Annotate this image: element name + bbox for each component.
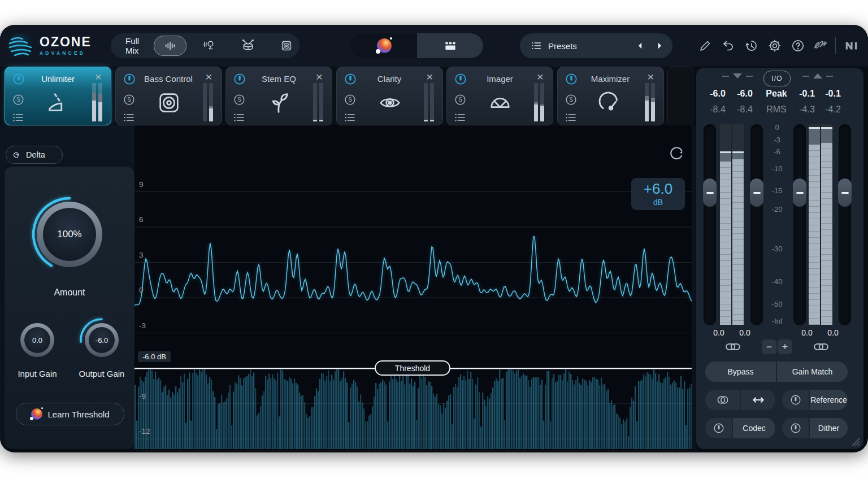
meter-scale-tick: -15 [772,186,783,195]
tab-meter [540,83,544,121]
empty-module-slot[interactable] [667,67,693,127]
close-icon[interactable]: × [93,71,104,82]
tab-meter [92,83,96,121]
meter-scale-tick: -10 [772,164,783,173]
meter-scale-tick: -40 [772,277,783,286]
codec-power-button[interactable] [705,418,732,438]
level-meter-bar [821,124,832,325]
close-icon[interactable]: × [203,71,215,82]
settings-gear-button[interactable] [766,37,784,55]
module-menu-icon[interactable] [12,112,24,123]
drums-mode-button[interactable] [233,36,263,55]
edit-pencil-button[interactable] [696,37,714,55]
module-tab-imager[interactable]: Imager × S [446,67,553,125]
meter-range-up-control[interactable] [802,73,833,79]
threshold-handle[interactable]: Threshold [375,360,450,376]
output-gain-label: Output Gain [69,369,134,378]
next-preset-button[interactable] [650,36,669,55]
width-mode-button[interactable] [741,390,775,410]
y-axis-label: -3 [139,321,146,330]
io-button[interactable]: I/O [763,71,791,86]
mix-target-label[interactable]: Full Mix [125,36,139,55]
module-menu-icon[interactable] [123,112,135,123]
module-menu-icon[interactable] [233,112,245,123]
assistant-view-button[interactable] [351,33,417,58]
bypass-button[interactable]: Bypass [705,362,776,382]
amount-value: 100% [57,229,81,240]
gauge-module-icon [598,90,624,116]
detailed-view-button[interactable] [417,33,483,58]
solo-icon[interactable]: S [123,93,136,106]
resize-grip[interactable] [850,437,860,446]
module-tab-maximizer[interactable]: Maximizer × S [557,67,664,125]
power-icon [789,394,802,406]
input-fader-handle[interactable] [750,178,763,207]
module-menu-icon[interactable] [344,112,356,123]
learn-threshold-button[interactable]: Learn Threshold [16,403,124,425]
dither-power-button[interactable] [782,418,809,438]
history-button[interactable] [743,37,761,55]
output-fader-handle[interactable] [793,178,806,207]
output-link-icon[interactable] [813,341,830,352]
input-rms-left: -8.4 [710,104,726,115]
input-gain-label: Input Gain [5,369,70,378]
help-button[interactable] [789,37,807,55]
output-fader-handle[interactable] [838,178,852,207]
vocal-mode-button[interactable] [194,36,225,55]
tab-meter [430,83,434,121]
close-icon[interactable]: × [424,71,436,82]
svg-text:S: S [569,97,573,103]
reset-history-icon[interactable] [667,144,686,163]
delta-monitor-button[interactable]: Delta [6,146,63,164]
module-tab-unlimiter[interactable]: Unlimiter × S [5,67,111,125]
solo-icon[interactable]: S [344,93,357,106]
input-fader-handle[interactable] [703,178,717,207]
meter-range-down-control[interactable] [722,73,753,79]
threshold-value-label: -6.0 dB [138,351,171,362]
module-menu-icon[interactable] [454,112,466,123]
reference-power-button[interactable] [782,390,809,410]
reference-button[interactable]: Reference [810,390,848,410]
full-mix-mode-button[interactable] [154,36,186,56]
input-gain-value: 0.0 [32,336,42,345]
mix-mode-selector: Full Mix [111,33,300,58]
stereo-mode-button[interactable] [705,390,740,410]
codec-button[interactable]: Codec [733,418,775,438]
module-tab-stem-eq[interactable]: Stem EQ × S [225,67,332,125]
solo-icon[interactable]: S [454,93,467,106]
delta-label: Delta [26,150,45,159]
dither-button[interactable]: Dither [810,418,848,438]
module-tab-bass-control[interactable]: Bass Control × S [115,67,222,125]
solo-icon[interactable]: S [12,93,25,106]
triangle-up-icon [813,73,822,79]
output-peak-left: -0.1 [799,89,815,99]
gain-readout-box[interactable]: +6.0 dB [631,178,685,210]
presets-browser[interactable]: Presets [520,33,672,58]
modules-grid-icon [443,38,458,53]
toolbar-divider [835,37,836,54]
solo-icon[interactable]: S [233,93,246,106]
toolbar-actions [696,33,863,58]
svg-text:S: S [237,97,241,103]
close-icon[interactable]: × [535,71,546,82]
instrument-mode-button[interactable] [271,36,302,55]
gain-minus-button[interactable]: − [762,339,776,354]
previous-preset-button[interactable] [631,36,650,55]
output-fader-value-right: 0.0 [827,328,838,337]
solo-icon[interactable]: S [565,93,578,106]
gain-reduction-graph: 9630-3-9-12 -6.0 dB Threshold +6.0 dB [134,125,692,450]
close-icon[interactable]: × [314,71,325,82]
y-axis-label: 3 [139,251,144,259]
speaker-module-icon [156,90,182,116]
signature-scribble-icon[interactable] [812,37,830,55]
output-fader-value-left: 0.0 [801,328,812,337]
eye-module-icon [377,90,403,116]
svg-text:S: S [348,97,352,103]
gain-plus-button[interactable]: + [778,339,792,354]
input-link-icon[interactable] [724,341,741,352]
gain-match-button[interactable]: Gain Match [777,362,848,382]
module-menu-icon[interactable] [565,112,577,123]
close-icon[interactable]: × [645,71,657,82]
module-tab-clarity[interactable]: Clarity × S [336,67,443,125]
undo-button[interactable] [719,37,737,55]
